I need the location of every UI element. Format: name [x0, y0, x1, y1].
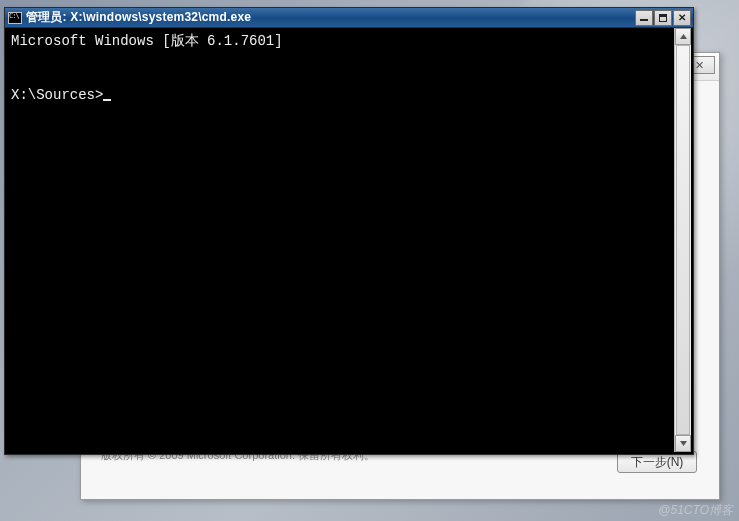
- cmd-body: Microsoft Windows [版本 6.1.7601] X:\Sourc…: [7, 28, 691, 452]
- prompt-line: X:\Sources>: [11, 87, 103, 103]
- minimize-button[interactable]: [635, 10, 653, 26]
- cursor: [103, 99, 111, 101]
- banner-line: Microsoft Windows [版本 6.1.7601]: [11, 33, 283, 49]
- watermark: @51CTO博客: [658, 502, 733, 519]
- chevron-up-icon: [680, 34, 687, 39]
- cmd-title: 管理员: X:\windows\system32\cmd.exe: [26, 9, 635, 26]
- scroll-thumb[interactable]: [676, 45, 690, 435]
- scroll-up-button[interactable]: [675, 28, 691, 45]
- scroll-down-button[interactable]: [675, 435, 691, 452]
- maximize-button[interactable]: [654, 10, 672, 26]
- cmd-app-icon: [8, 12, 22, 24]
- terminal-output[interactable]: Microsoft Windows [版本 6.1.7601] X:\Sourc…: [7, 28, 674, 452]
- chevron-down-icon: [680, 441, 687, 446]
- scroll-track[interactable]: [675, 45, 691, 435]
- cmd-window: 管理员: X:\windows\system32\cmd.exe ✕ Micro…: [4, 7, 694, 455]
- svg-marker-0: [680, 34, 687, 39]
- close-button[interactable]: ✕: [673, 10, 691, 26]
- scrollbar[interactable]: [674, 28, 691, 452]
- window-controls: ✕: [635, 10, 691, 26]
- cmd-titlebar[interactable]: 管理员: X:\windows\system32\cmd.exe ✕: [5, 8, 693, 28]
- svg-marker-1: [680, 441, 687, 446]
